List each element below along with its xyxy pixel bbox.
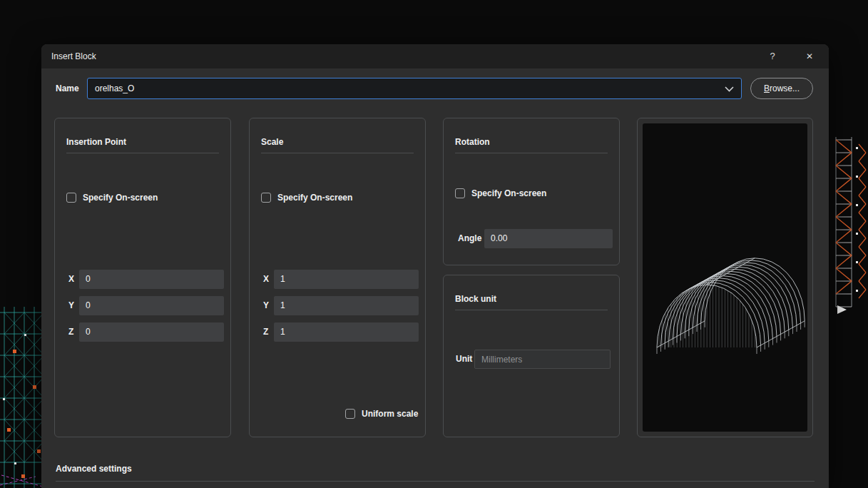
browse-button[interactable]: Browse... [750,78,813,99]
angle-input[interactable]: 0.00 [484,229,613,248]
dialog-title: Insert Block [51,44,96,68]
scale-y-value: 1 [274,296,419,315]
x-label: X [263,270,269,289]
divider [66,153,219,153]
field-row: Angle 0.00 [444,229,619,248]
name-combobox[interactable]: orelhas_O [87,78,742,99]
insertion-x-input[interactable]: 0 [79,270,224,289]
group-title: Insertion Point [66,137,126,147]
divider [455,310,608,310]
y-label: Y [68,296,74,315]
unit-field: Millimeters [474,350,611,369]
scale-x-value: 1 [274,270,419,289]
unit-value: Millimeters [475,350,610,370]
insertion-z-input[interactable]: 0 [79,322,224,342]
block-preview [643,123,807,432]
insertion-specify-onscreen-checkbox[interactable]: Specify On-screen [66,192,158,203]
block-unit-group: Block unit Unit Millimeters [443,275,620,437]
checkbox-icon [345,409,355,419]
close-button[interactable]: ✕ [799,44,820,68]
uniform-scale-checkbox[interactable]: Uniform scale [345,408,418,420]
rotation-group: Rotation Specify On-screen Angle 0.00 [443,118,620,265]
checkbox-label: Specify On-screen [277,193,352,203]
field-row: X 1 [250,270,425,289]
checkbox-label: Specify On-screen [471,188,546,198]
divider [455,153,608,153]
unit-label: Unit [456,350,472,369]
scale-z-value: 1 [274,322,419,342]
y-label: Y [263,296,269,315]
angle-value: 0.00 [484,229,613,248]
z-label: Z [263,322,268,342]
x-label: X [68,270,74,289]
z-label: Z [68,322,73,342]
browse-label: Browse... [751,83,812,93]
block-wireframe [643,123,807,432]
scale-specify-onscreen-checkbox[interactable]: Specify On-screen [261,192,352,203]
field-row: X 0 [55,270,230,289]
field-row: Z 0 [55,322,230,342]
checkbox-icon [66,193,76,203]
name-label: Name [56,78,79,99]
checkbox-icon [261,193,271,203]
cad-wireframe-left [0,307,47,488]
insertion-y-value: 0 [79,296,224,315]
help-button[interactable]: ? [762,44,783,68]
group-title: Scale [261,137,283,147]
checkbox-icon [455,188,465,198]
field-row: Y 1 [250,296,425,315]
insertion-point-group: Insertion Point Specify On-screen X 0 Y … [54,118,231,437]
dialog-titlebar: Insert Block ? ✕ [41,44,829,68]
checkbox-label: Uniform scale [362,409,418,419]
desktop-background: Insert Block ? ✕ Name orelhas_O Browse..… [0,0,868,488]
scale-y-input[interactable]: 1 [274,296,419,315]
angle-label: Angle [458,229,481,248]
group-title: Block unit [455,294,496,304]
insertion-y-input[interactable]: 0 [79,296,224,315]
rotation-specify-onscreen-checkbox[interactable]: Specify On-screen [455,188,546,199]
insertion-x-value: 0 [79,270,224,289]
chevron-down-icon [725,86,734,92]
checkbox-label: Specify On-screen [83,193,158,203]
advanced-settings-toggle[interactable]: Advanced settings [56,464,132,474]
name-combobox-value: orelhas_O [95,78,134,98]
block-preview-panel [637,118,813,437]
divider [261,153,414,153]
insertion-z-value: 0 [79,322,224,342]
scale-group: Scale Specify On-screen X 1 Y 1 Z 1 Unif… [249,118,426,437]
scale-x-input[interactable]: 1 [274,270,419,289]
field-row: Unit Millimeters [444,350,619,369]
field-row: Z 1 [250,322,425,342]
insert-block-dialog: Insert Block ? ✕ Name orelhas_O Browse..… [41,44,829,488]
scale-z-input[interactable]: 1 [274,322,419,342]
field-row: Y 0 [55,296,230,315]
group-title: Rotation [455,137,490,147]
cad-wireframe-right [827,137,868,315]
divider [56,481,815,482]
advanced-settings-label: Advanced settings [56,464,132,474]
